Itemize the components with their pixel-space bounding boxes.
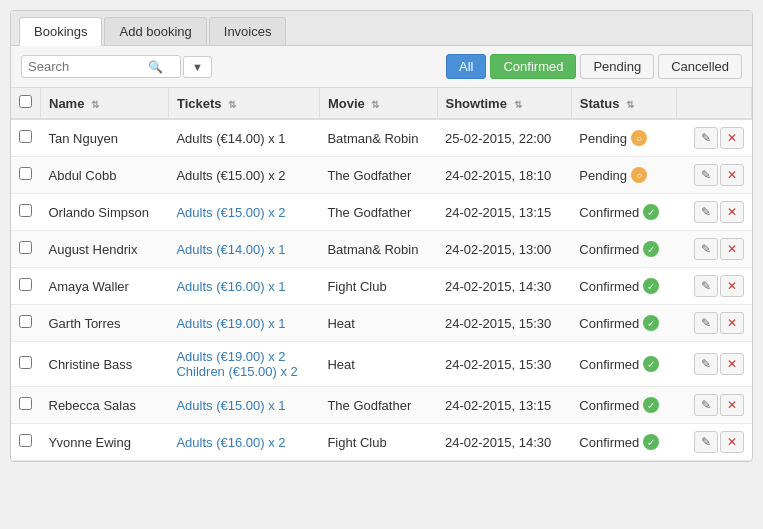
table-row: Yvonne EwingAdults (€16.00) x 2Fight Clu…: [11, 424, 752, 461]
row-status: Confirmed✓: [571, 387, 676, 424]
filter-bar: 🔍 ▼ All Confirmed Pending Cancelled: [11, 46, 752, 88]
status-label: Confirmed: [579, 357, 639, 372]
row-actions: ✎✕: [677, 119, 752, 157]
delete-button[interactable]: ✕: [720, 238, 744, 260]
row-movie: Heat: [319, 342, 437, 387]
status-label: Confirmed: [579, 279, 639, 294]
delete-button[interactable]: ✕: [720, 312, 744, 334]
ticket-link[interactable]: Adults (€15.00) x 2: [176, 205, 285, 220]
row-tickets: Adults (€15.00) x 2: [168, 194, 319, 231]
main-container: Bookings Add booking Invoices 🔍 ▼ All Co…: [10, 10, 753, 462]
edit-button[interactable]: ✎: [694, 164, 718, 186]
ticket-link[interactable]: Adults (€14.00) x 1: [176, 242, 285, 257]
edit-button[interactable]: ✎: [694, 127, 718, 149]
edit-button[interactable]: ✎: [694, 312, 718, 334]
row-showtime: 24-02-2015, 13:15: [437, 194, 571, 231]
status-icon: ✓: [643, 356, 659, 372]
row-checkbox[interactable]: [19, 397, 32, 410]
edit-button[interactable]: ✎: [694, 201, 718, 223]
search-input[interactable]: [28, 59, 148, 74]
row-showtime: 24-02-2015, 15:30: [437, 305, 571, 342]
filter-cancelled-button[interactable]: Cancelled: [658, 54, 742, 79]
row-showtime: 24-02-2015, 18:10: [437, 157, 571, 194]
edit-button[interactable]: ✎: [694, 353, 718, 375]
ticket-link[interactable]: Adults (€15.00) x 1: [176, 398, 285, 413]
tab-invoices[interactable]: Invoices: [209, 17, 287, 45]
edit-button[interactable]: ✎: [694, 238, 718, 260]
row-status: Confirmed✓: [571, 342, 676, 387]
ticket-link[interactable]: Adults (€16.00) x 2: [176, 435, 285, 450]
select-all-checkbox[interactable]: [19, 95, 32, 108]
name-sort-icon[interactable]: ⇅: [91, 99, 99, 110]
row-checkbox-cell: [11, 424, 41, 461]
tab-bookings[interactable]: Bookings: [19, 17, 102, 46]
row-checkbox[interactable]: [19, 278, 32, 291]
tickets-sort-icon[interactable]: ⇅: [228, 99, 236, 110]
row-name: Tan Nguyen: [41, 119, 169, 157]
col-actions: [677, 88, 752, 119]
row-status: Confirmed✓: [571, 424, 676, 461]
table-row: Orlando SimpsonAdults (€15.00) x 2The Go…: [11, 194, 752, 231]
row-status: Pending○: [571, 157, 676, 194]
row-checkbox[interactable]: [19, 167, 32, 180]
ticket-link[interactable]: Adults (€16.00) x 1: [176, 279, 285, 294]
col-status: Status ⇅: [571, 88, 676, 119]
row-checkbox[interactable]: [19, 315, 32, 328]
search-area: 🔍 ▼: [21, 55, 212, 78]
row-movie: The Godfather: [319, 194, 437, 231]
row-name: Amaya Waller: [41, 268, 169, 305]
ticket-link[interactable]: Adults (€19.00) x 1: [176, 316, 285, 331]
row-checkbox[interactable]: [19, 204, 32, 217]
tab-bar: Bookings Add booking Invoices: [11, 11, 752, 46]
row-checkbox[interactable]: [19, 130, 32, 143]
table-row: Rebecca SalasAdults (€15.00) x 1The Godf…: [11, 387, 752, 424]
row-tickets: Adults (€19.00) x 2Children (€15.00) x 2: [168, 342, 319, 387]
row-checkbox-cell: [11, 387, 41, 424]
row-name: Garth Torres: [41, 305, 169, 342]
delete-button[interactable]: ✕: [720, 164, 744, 186]
status-sort-icon[interactable]: ⇅: [626, 99, 634, 110]
status-icon: ✓: [643, 241, 659, 257]
row-checkbox-cell: [11, 268, 41, 305]
row-tickets: Adults (€15.00) x 1: [168, 387, 319, 424]
search-dropdown-button[interactable]: ▼: [183, 56, 212, 78]
row-movie: Batman& Robin: [319, 231, 437, 268]
row-showtime: 24-02-2015, 13:15: [437, 387, 571, 424]
row-checkbox[interactable]: [19, 241, 32, 254]
row-tickets: Adults (€16.00) x 1: [168, 268, 319, 305]
tab-add-booking[interactable]: Add booking: [104, 17, 206, 45]
delete-button[interactable]: ✕: [720, 394, 744, 416]
table-row: Abdul CobbAdults (€15.00) x 2The Godfath…: [11, 157, 752, 194]
search-input-wrap: 🔍: [21, 55, 181, 78]
delete-button[interactable]: ✕: [720, 353, 744, 375]
filter-all-button[interactable]: All: [446, 54, 486, 79]
row-movie: Batman& Robin: [319, 119, 437, 157]
row-checkbox[interactable]: [19, 356, 32, 369]
status-label: Confirmed: [579, 242, 639, 257]
showtime-sort-icon[interactable]: ⇅: [514, 99, 522, 110]
table-row: Christine BassAdults (€19.00) x 2Childre…: [11, 342, 752, 387]
filter-confirmed-button[interactable]: Confirmed: [490, 54, 576, 79]
filter-pending-button[interactable]: Pending: [580, 54, 654, 79]
table-header-row: Name ⇅ Tickets ⇅ Movie ⇅ Showtime ⇅ Stat…: [11, 88, 752, 119]
filter-buttons: All Confirmed Pending Cancelled: [446, 54, 742, 79]
status-icon: ✓: [643, 204, 659, 220]
edit-button[interactable]: ✎: [694, 431, 718, 453]
edit-button[interactable]: ✎: [694, 275, 718, 297]
ticket-link[interactable]: Children (€15.00) x 2: [176, 364, 297, 379]
row-actions: ✎✕: [677, 194, 752, 231]
status-label: Confirmed: [579, 205, 639, 220]
row-status: Confirmed✓: [571, 231, 676, 268]
delete-button[interactable]: ✕: [720, 127, 744, 149]
ticket-link[interactable]: Adults (€19.00) x 2: [176, 349, 285, 364]
delete-button[interactable]: ✕: [720, 275, 744, 297]
row-checkbox[interactable]: [19, 434, 32, 447]
movie-sort-icon[interactable]: ⇅: [371, 99, 379, 110]
delete-button[interactable]: ✕: [720, 431, 744, 453]
row-name: Rebecca Salas: [41, 387, 169, 424]
row-checkbox-cell: [11, 119, 41, 157]
edit-button[interactable]: ✎: [694, 394, 718, 416]
delete-button[interactable]: ✕: [720, 201, 744, 223]
row-status: Confirmed✓: [571, 268, 676, 305]
row-showtime: 24-02-2015, 14:30: [437, 268, 571, 305]
